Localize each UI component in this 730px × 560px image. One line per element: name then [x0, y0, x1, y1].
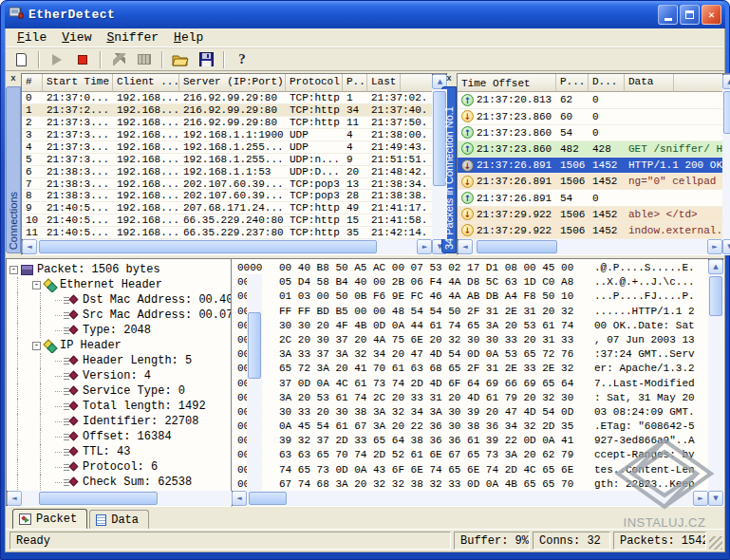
hex-vertical-scrollbar[interactable]: ▲▼ [708, 259, 723, 506]
scrollbar-thumb[interactable] [39, 492, 158, 505]
packet-row[interactable]: ↓21:37:26.89115061452HTTP/1.1 200 OK [458, 158, 722, 174]
connection-row[interactable]: 421:37:3...192.168...192.168.1.255...UDP… [22, 141, 432, 154]
tree-node[interactable]: Check Sum: 62538 [9, 475, 247, 490]
hex-row[interactable]: 0030FF FF BD B5 00 00 48 54 54 50 2F 31 … [237, 306, 708, 320]
connections-column-header[interactable]: Start Time [43, 74, 113, 92]
scroll-left-button[interactable]: ◄ [22, 239, 37, 254]
hex-row[interactable]: 00F067 74 68 3A 20 32 32 38 32 33 0D 0A … [237, 478, 708, 491]
hex-row[interactable]: 00D063 63 65 70 74 2D 52 61 6E 67 65 73 … [237, 449, 708, 463]
scrollbar-track[interactable] [708, 274, 723, 491]
menu-item-help[interactable]: Help [166, 28, 211, 47]
packet-row[interactable]: ↓21:37:23.860600 [458, 109, 722, 125]
connection-row[interactable]: 921:40:5...192.168...207.68.171.24...TCP… [22, 202, 432, 215]
connections-column-header[interactable]: Server (IP:Port) [179, 74, 286, 92]
connections-column-header[interactable]: Protocol [286, 74, 343, 92]
tree-node[interactable]: Service Type: 0 [9, 383, 247, 399]
scroll-right-button[interactable]: ► [417, 239, 432, 254]
connection-row[interactable]: 221:37:3...192.168...216.92.99.29:80TCP:… [22, 117, 432, 129]
connections-column-header[interactable]: Client ... [113, 74, 179, 92]
tree-node[interactable]: Version: 4 [9, 368, 247, 383]
connections-pane-close-button[interactable]: x [7, 73, 20, 85]
packets-tab[interactable]: 34 Packets in Connection No.1 [441, 86, 457, 253]
minimize-button[interactable] [658, 5, 678, 25]
scrollbar-track[interactable] [247, 491, 693, 506]
resize-grip[interactable] [709, 536, 722, 550]
tree-node[interactable]: Total length: 1492 [9, 399, 247, 414]
hex-row[interactable]: 007065 72 3A 20 41 70 61 63 68 65 2F 31 … [237, 363, 708, 377]
tree-node[interactable]: TTL: 43 [9, 444, 247, 459]
collapse-expander[interactable]: - [32, 281, 41, 289]
scrollbar-thumb[interactable] [709, 276, 722, 316]
tree-node[interactable]: Src Mac Address: 00.07.5 [9, 308, 247, 323]
tree-node[interactable]: -IP Header [9, 338, 247, 353]
stop-capture-button[interactable] [71, 49, 94, 70]
packet-row[interactable]: ↓21:37:29.92215061452indow.external. [458, 223, 722, 239]
save-file-button[interactable] [195, 49, 217, 70]
scroll-right-button[interactable]: ► [707, 239, 722, 254]
connection-row[interactable]: 321:37:3...192.168...192.168.1.1:1900UDP… [22, 129, 432, 141]
packet-row[interactable]: ↑21:37:20.813620 [458, 92, 722, 108]
scroll-right-button[interactable]: ► [693, 491, 708, 506]
packets-column-header[interactable]: D... [589, 74, 625, 92]
collapse-expander[interactable]: - [9, 266, 18, 274]
connection-row[interactable]: 121:37:2...192.168...216.92.99.29:80TCP:… [22, 104, 432, 117]
scrollbar-thumb[interactable] [249, 492, 287, 505]
packets-pane-close-button[interactable]: x [442, 73, 456, 85]
scrollbar-track[interactable] [37, 239, 417, 254]
scroll-left-button[interactable]: ◄ [458, 239, 473, 254]
tree-node[interactable]: Protocol: 6 [9, 459, 247, 475]
scroll-down-button[interactable]: ▼ [722, 239, 730, 254]
connections-column-header[interactable]: Last Time [367, 74, 401, 92]
filter-button[interactable] [107, 49, 130, 70]
scrollbar-thumb[interactable] [39, 240, 377, 253]
tree-vertical-scrollbar[interactable]: ▲▼ [247, 259, 262, 506]
connection-row[interactable]: 621:38:3...192.168...192.168.1.1:53UDP:D… [22, 166, 432, 178]
hex-row[interactable]: 00A030 33 20 30 38 3A 32 34 3A 30 39 20 … [237, 406, 708, 420]
help-button[interactable]: ? [231, 49, 253, 70]
hex-row[interactable]: 00E074 65 73 0D 0A 43 6F 6E 74 65 6E 74 … [237, 464, 708, 478]
hex-row[interactable]: 002001 03 00 50 0B F6 9E FC 46 4A AB DB … [237, 290, 708, 305]
scrollbar-track[interactable] [473, 239, 707, 254]
open-file-button[interactable] [169, 49, 192, 70]
hex-row[interactable]: 00502C 20 30 37 20 4A 75 6E 20 32 30 30 … [237, 334, 708, 348]
tab-data[interactable]: Data [89, 510, 149, 529]
connection-row[interactable]: 1121:40:5...192.168...66.35.229.237:80TC… [22, 227, 432, 239]
connections-tab[interactable]: Connections [6, 86, 21, 253]
adapters-button[interactable] [133, 49, 156, 70]
tree-node[interactable]: -Packet: 1506 bytes [9, 262, 247, 277]
hex-row[interactable]: 004030 30 20 4F 4B 0D 0A 44 61 74 65 3A … [237, 320, 708, 334]
connections-column-header[interactable]: # [22, 74, 43, 92]
packets-column-header[interactable]: Time Offset [458, 74, 556, 92]
scrollbar-track[interactable] [247, 274, 262, 491]
connections-horizontal-scrollbar[interactable]: ◄► [22, 239, 432, 254]
scrollbar-track[interactable] [722, 89, 730, 239]
scroll-left-button[interactable]: ◄ [232, 491, 247, 506]
connection-row[interactable]: 021:37:0...192.168...216.92.99.29:80TCP:… [22, 92, 432, 104]
scroll-up-button[interactable]: ▲ [708, 259, 723, 274]
new-capture-button[interactable] [9, 49, 32, 70]
menu-item-sniffer[interactable]: Sniffer [99, 28, 166, 47]
connections-column-header[interactable]: P.. [343, 74, 367, 92]
scroll-up-button[interactable]: ▲ [722, 74, 730, 89]
hex-row[interactable]: 000000 40 B8 50 A5 AC 00 07 53 02 17 D1 … [237, 262, 708, 276]
scroll-down-button[interactable]: ▼ [708, 491, 723, 506]
packet-row[interactable]: ↑21:37:23.860540 [458, 125, 722, 141]
menu-item-view[interactable]: View [54, 28, 99, 47]
title-bar[interactable]: EtherDetect ✕ [5, 1, 725, 28]
tab-packet[interactable]: Packet [12, 509, 87, 529]
tree-node[interactable]: Identifier: 22708 [9, 414, 247, 429]
connection-row[interactable]: 821:38:3...192.168...202.107.60.39...TCP… [22, 190, 432, 202]
hex-row[interactable]: 00603A 33 37 3A 32 34 20 47 4D 54 0D 0A … [237, 348, 708, 363]
tree-node[interactable]: -Ethernet Header [9, 277, 247, 292]
scrollbar-thumb[interactable] [723, 91, 730, 134]
packets-column-header[interactable]: Data [625, 74, 674, 92]
close-button[interactable]: ✕ [702, 5, 721, 25]
connection-row[interactable]: 1021:40:5...192.168...66.35.229.240:80TC… [22, 215, 432, 227]
hex-row[interactable]: 00903A 20 53 61 74 2C 20 33 31 20 4D 61 … [237, 392, 708, 406]
packets-column-header[interactable]: P... [556, 74, 589, 92]
packets-vertical-scrollbar[interactable]: ▲▼ [722, 74, 730, 254]
scrollbar-track[interactable] [22, 491, 232, 506]
hex-row[interactable]: 008037 0D 0A 4C 61 73 74 2D 4D 6F 64 69 … [237, 378, 708, 392]
packet-row[interactable]: ↑21:37:23.860482428GET /sniffer/ H [458, 141, 722, 158]
tree-node[interactable]: Dst Mac Address: 00.40. [9, 292, 247, 308]
